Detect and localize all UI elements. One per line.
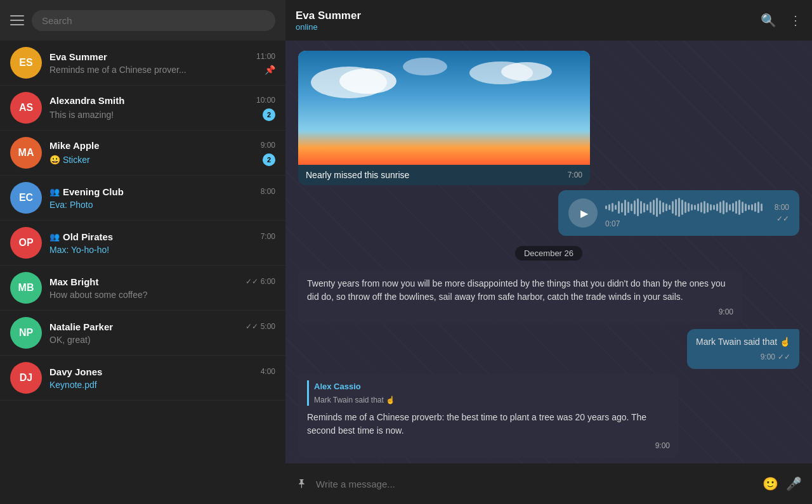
chat-item-alexandra-smith[interactable]: ASAlexandra Smith10:00This is amazing!2 <box>0 86 285 131</box>
avatar: EC <box>10 182 42 214</box>
chat-content: Eva Summer11:00Reminds me of a Chinese p… <box>49 51 275 75</box>
avatar: MA <box>10 137 42 169</box>
waveform-bar <box>757 202 759 213</box>
reply-quoted-text: Mark Twain said that ☝️ <box>314 394 670 406</box>
chat-content: Max Bright✓✓ 6:00How about some coffee? <box>49 276 275 300</box>
chat-item-natalie-parker[interactable]: NPNatalie Parker✓✓ 5:00OK, great) <box>0 311 285 356</box>
message-input[interactable] <box>316 479 755 489</box>
chat-time: 9:00 <box>261 141 275 150</box>
waveform-bar <box>672 201 674 214</box>
waveform-bar <box>637 198 639 216</box>
attach-icon[interactable]: 🖈 <box>296 477 308 491</box>
waveform-bar <box>678 198 680 217</box>
waveform-bar <box>624 200 626 216</box>
emoji-icon[interactable]: 🙂 <box>763 476 778 491</box>
date-separator: December 26 <box>515 246 582 261</box>
chat-content: 👥Old Pirates7:00Max: Yo-ho-ho! <box>49 231 275 255</box>
outgoing-check-icon: ✓✓ <box>778 351 790 363</box>
waveform-bar <box>719 202 721 213</box>
waveform-bar <box>612 203 613 212</box>
waveform-bar <box>643 203 645 212</box>
waveform-bar <box>621 203 623 212</box>
chat-time: 4:00 <box>261 367 275 376</box>
incoming-message: Twenty years from now you will be more d… <box>298 271 742 324</box>
chat-preview: How about some coffee? <box>49 290 148 300</box>
chat-name: Alexandra Smith <box>49 95 124 106</box>
voice-duration: 0:07 <box>605 219 767 228</box>
image-time: 7:00 <box>568 171 582 179</box>
menu-icon[interactable] <box>10 15 24 25</box>
reply-message: Alex Cassio Mark Twain said that ☝️ Remi… <box>298 374 679 458</box>
waveform-bar <box>605 205 607 209</box>
avatar: OP <box>10 227 42 259</box>
waveform-bar <box>634 200 636 214</box>
svg-point-5 <box>501 62 552 81</box>
chat-item-davy-jones[interactable]: DJDavy Jones4:00Keynote.pdf <box>0 356 285 401</box>
waveform-bar <box>748 205 750 210</box>
group-icon: 👥 <box>49 232 60 242</box>
avatar: AS <box>10 92 42 124</box>
mic-icon[interactable]: 🎤 <box>786 476 802 491</box>
outgoing-time: 9:00 <box>761 351 775 363</box>
search-input[interactable] <box>32 10 275 31</box>
incoming-meta: 9:00 <box>307 306 733 318</box>
chat-time: 10:00 <box>256 96 275 105</box>
waveform-bar <box>681 200 683 215</box>
chat-item-mike-apple[interactable]: MAMike Apple9:00😀 Sticker2 <box>0 131 285 176</box>
waveform-bar <box>723 200 724 214</box>
avatar: DJ <box>10 362 42 394</box>
voice-message: 0:07 8:00 ✓✓ <box>558 190 799 236</box>
chat-content: 👥Evening Club8:00Eva: Photo <box>49 186 275 210</box>
reply-body-text: Reminds me of a Chinese proverb: the bes… <box>307 412 646 436</box>
chat-list: ESEva Summer11:00Reminds me of a Chinese… <box>0 41 285 504</box>
waveform-bar <box>713 205 715 210</box>
waveform-bar <box>640 201 642 214</box>
chat-input-area: 🖈 🙂 🎤 <box>285 463 812 504</box>
voice-meta: 8:00 ✓✓ <box>775 203 789 223</box>
more-options-icon[interactable]: ⋮ <box>789 13 802 28</box>
waveform-bar <box>738 200 740 215</box>
chat-name: Davy Jones <box>49 366 102 377</box>
waveform-bar <box>665 204 667 211</box>
waveform-bar <box>675 199 677 216</box>
chat-item-old-pirates[interactable]: OP👥Old Pirates7:00Max: Yo-ho-ho! <box>0 221 285 266</box>
waveform-bar <box>732 203 734 212</box>
outgoing-message: Mark Twain said that ☝️ 9:00 ✓✓ <box>687 329 799 369</box>
waveform-bar <box>726 202 728 212</box>
chat-time: 7:00 <box>261 232 275 241</box>
chat-name: Max Bright <box>49 276 99 287</box>
waveform-bar <box>631 204 632 211</box>
sidebar-header <box>0 0 285 41</box>
chat-preview: Keynote.pdf <box>49 380 97 390</box>
chat-item-evening-club[interactable]: EC👥Evening Club8:00Eva: Photo <box>0 176 285 221</box>
svg-point-3 <box>339 68 396 94</box>
waveform-bar <box>627 202 629 213</box>
chat-header-info: Eva Summer online <box>296 10 361 32</box>
chat-item-max-bright[interactable]: MBMax Bright✓✓ 6:00How about some coffee… <box>0 266 285 311</box>
waveform-bar <box>745 204 747 211</box>
image-message: Nearly missed this sunrise 7:00 <box>298 51 590 185</box>
incoming-text: Twenty years from now you will be more d… <box>307 278 726 302</box>
search-header-icon[interactable]: 🔍 <box>761 13 776 28</box>
reply-author: Alex Cassio <box>314 380 670 393</box>
avatar: MB <box>10 272 42 304</box>
chat-item-eva-summer[interactable]: ESEva Summer11:00Reminds me of a Chinese… <box>0 41 285 86</box>
main-chat: Eva Summer online 🔍 ⋮ <box>285 0 812 504</box>
chat-preview: Max: Yo-ho-ho! <box>49 245 109 255</box>
image-caption: Nearly missed this sunrise 7:00 <box>298 165 590 185</box>
image-caption-text: Nearly missed this sunrise <box>306 170 409 180</box>
waveform-bar <box>716 204 718 211</box>
chat-content: Davy Jones4:00Keynote.pdf <box>49 366 275 390</box>
waveform-bar <box>710 204 712 210</box>
chat-name: Eva Summer <box>49 51 107 62</box>
waveform-bar <box>646 204 648 210</box>
chat-time: 11:00 <box>256 52 275 61</box>
voice-waveform: 0:07 <box>605 198 767 228</box>
play-button[interactable] <box>568 198 598 228</box>
unread-badge: 2 <box>263 108 275 121</box>
chat-content: Mike Apple9:00😀 Sticker2 <box>49 140 275 166</box>
waveform-bars <box>605 198 767 217</box>
voice-time: 8:00 <box>775 203 789 212</box>
waveform-bar <box>742 202 743 213</box>
chat-preview: Reminds me of a Chinese prover... <box>49 65 187 75</box>
